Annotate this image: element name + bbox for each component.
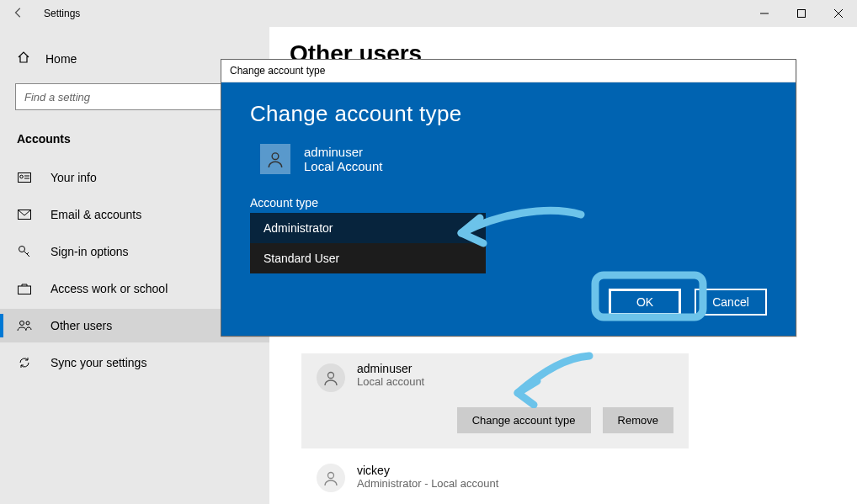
svg-point-16 [328, 473, 334, 479]
user-type: Local account [357, 375, 424, 388]
svg-line-11 [27, 252, 29, 254]
close-button[interactable] [820, 0, 857, 27]
dialog-account-block: adminuser Local Account [260, 144, 767, 174]
briefcase-icon [17, 283, 32, 294]
account-type-label: Account type [250, 196, 767, 210]
home-icon [17, 50, 30, 66]
dialog-title: Change account type [221, 60, 796, 82]
people-icon [17, 320, 32, 332]
dialog-user-type: Local Account [304, 159, 382, 173]
account-type-dropdown[interactable]: Administrator Standard User [250, 213, 486, 273]
dialog-heading: Change account type [250, 101, 767, 127]
cancel-button[interactable]: Cancel [695, 289, 767, 316]
search-input[interactable] [15, 83, 254, 110]
svg-rect-1 [798, 10, 806, 18]
user-row-vickey[interactable]: vickey Administrator - Local account [317, 464, 837, 492]
sidebar-item-label: Other users [51, 319, 112, 332]
sidebar-home-label: Home [45, 52, 77, 66]
user-type: Administrator - Local account [357, 477, 498, 490]
maximize-button[interactable] [783, 0, 820, 27]
person-card-icon [17, 172, 32, 183]
sidebar-item-label: Sign-in options [51, 245, 129, 258]
sidebar-item-label: Sync your settings [51, 356, 146, 369]
titlebar: Settings [0, 0, 857, 27]
user-card-adminuser[interactable]: adminuser Local account Change account t… [301, 353, 689, 448]
remove-user-button[interactable]: Remove [603, 407, 673, 433]
svg-point-17 [272, 153, 279, 160]
avatar-icon [260, 144, 290, 174]
change-account-type-button[interactable]: Change account type [457, 407, 591, 433]
dropdown-option-standard-user[interactable]: Standard User [250, 243, 486, 273]
dialog-user-name: adminuser [304, 145, 382, 159]
sync-icon [17, 356, 32, 369]
ok-button[interactable]: OK [609, 289, 681, 316]
svg-point-5 [20, 175, 24, 178]
sidebar-item-label: Access work or school [51, 282, 168, 295]
user-name: vickey [357, 464, 498, 477]
window-title: Settings [44, 8, 80, 19]
avatar-icon [317, 464, 345, 492]
svg-point-13 [20, 321, 24, 326]
dropdown-option-administrator[interactable]: Administrator [250, 213, 486, 243]
minimize-button[interactable] [746, 0, 783, 27]
avatar-icon [317, 363, 345, 392]
search-container [15, 83, 254, 110]
back-button[interactable] [0, 7, 37, 21]
user-name: adminuser [357, 362, 424, 375]
key-icon [17, 245, 32, 258]
mail-icon [17, 210, 32, 220]
change-account-type-dialog: Change account type Change account type … [221, 59, 796, 337]
svg-point-9 [19, 247, 25, 252]
svg-point-15 [328, 373, 334, 379]
sidebar-item-label: Your info [51, 171, 97, 184]
svg-point-14 [26, 321, 29, 325]
sidebar-item-label: Email & accounts [51, 208, 141, 221]
svg-rect-12 [19, 286, 31, 294]
sidebar-item-sync[interactable]: Sync your settings [0, 346, 269, 379]
